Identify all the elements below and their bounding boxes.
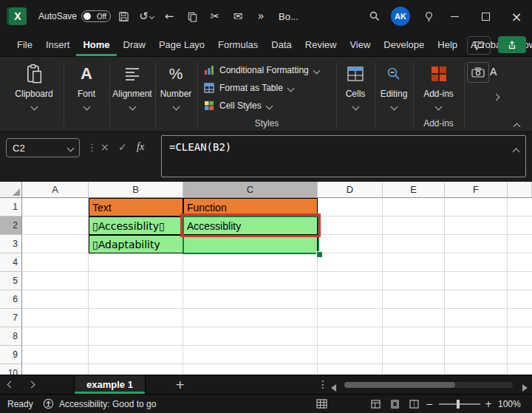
tab-formulas[interactable]: Formulas bbox=[211, 33, 265, 56]
undo-button[interactable]: ↺ bbox=[136, 6, 157, 27]
fill-handle[interactable] bbox=[316, 251, 323, 258]
zoom-percentage[interactable]: 100% bbox=[498, 395, 521, 413]
share-button[interactable] bbox=[498, 36, 526, 53]
tab-data[interactable]: Data bbox=[265, 33, 298, 56]
ribbon-scroll-right-button[interactable] bbox=[494, 89, 499, 103]
zoom-in-button[interactable]: + bbox=[485, 395, 492, 413]
tab-file[interactable]: File bbox=[10, 33, 39, 56]
collapse-formula-bar-button[interactable] bbox=[514, 144, 519, 157]
sheet-view-button[interactable] bbox=[316, 395, 327, 413]
close-button[interactable]: × bbox=[501, 0, 532, 33]
chevron-left-icon bbox=[7, 381, 14, 389]
ribbon-group-clipboard[interactable]: Clipboard bbox=[6, 61, 62, 109]
collapse-ribbon-button[interactable] bbox=[514, 119, 519, 132]
copy-button[interactable] bbox=[182, 6, 202, 27]
row-header-9[interactable]: 9 bbox=[0, 346, 22, 364]
row-header-6[interactable]: 6 bbox=[0, 290, 22, 309]
tab-help[interactable]: Help bbox=[431, 33, 464, 56]
cut-button[interactable]: ✂ bbox=[205, 6, 225, 27]
ribbon-group-alignment[interactable]: Alignment bbox=[109, 61, 155, 109]
cell-B1[interactable]: Text bbox=[89, 198, 183, 216]
cell-C1[interactable]: Function bbox=[183, 198, 318, 216]
hscroll-right-button[interactable] bbox=[522, 381, 528, 395]
row-header-3[interactable]: 3 bbox=[0, 235, 22, 253]
ribbon-group-editing[interactable]: Editing bbox=[375, 61, 413, 109]
column-header-D[interactable]: D bbox=[318, 182, 383, 198]
ribbon-group-addins[interactable]: Add-ins bbox=[413, 61, 464, 109]
cell-C2[interactable]: Accessiblity bbox=[183, 216, 318, 235]
enter-button[interactable]: ✓ bbox=[118, 141, 127, 153]
search-button[interactable] bbox=[364, 6, 385, 27]
cell-styles-button[interactable]: Cell Styles bbox=[204, 98, 272, 114]
chevron-up-icon bbox=[514, 123, 521, 131]
sheet-tab-example-1[interactable]: example 1 bbox=[74, 375, 146, 394]
ideas-button[interactable] bbox=[418, 6, 439, 27]
name-box[interactable]: C2 bbox=[6, 138, 80, 157]
excel-logo-icon[interactable]: X bbox=[9, 7, 27, 25]
overflow-icon: » bbox=[257, 10, 264, 23]
autosave-toggle[interactable]: Off bbox=[81, 10, 111, 22]
more-vertical-icon[interactable]: ⋮ bbox=[87, 142, 97, 153]
tab-review[interactable]: Review bbox=[299, 33, 344, 56]
row-header-4[interactable]: 4 bbox=[0, 253, 22, 272]
formula-input[interactable]: =CLEAN(B2) bbox=[161, 135, 526, 177]
maximize-button[interactable] bbox=[470, 0, 501, 33]
select-all-corner[interactable] bbox=[0, 182, 22, 198]
row-header-8[interactable]: 8 bbox=[0, 327, 22, 346]
sheet-nav-left-button[interactable] bbox=[0, 382, 21, 387]
horizontal-scrollbar-thumb[interactable] bbox=[344, 382, 455, 388]
row-header-7[interactable]: 7 bbox=[0, 309, 22, 327]
back-button[interactable]: ← bbox=[159, 6, 180, 27]
hscroll-left-button[interactable] bbox=[331, 381, 336, 395]
tab-page-layout[interactable]: Page Layo bbox=[152, 33, 211, 56]
tab-insert[interactable]: Insert bbox=[39, 33, 77, 56]
formula-bar: C2 ⋮ × ✓ fx =CLEAN(B2) bbox=[0, 132, 532, 182]
row-header-2[interactable]: 2 bbox=[0, 216, 22, 235]
tab-home[interactable]: Home bbox=[76, 33, 116, 56]
workbook-title: Bo... bbox=[279, 11, 299, 22]
ribbon-group-number[interactable]: % Number bbox=[155, 61, 197, 109]
status-mode[interactable]: Ready bbox=[7, 395, 33, 413]
sheet-more-button[interactable]: ⋮ bbox=[318, 378, 328, 390]
minimize-button[interactable] bbox=[439, 0, 470, 33]
column-header-E[interactable]: E bbox=[383, 182, 445, 198]
sheet-nav-right-button[interactable] bbox=[21, 382, 41, 387]
page-layout-view-button[interactable] bbox=[390, 395, 400, 413]
comments-button[interactable] bbox=[467, 36, 491, 55]
format-as-table-button[interactable]: Format as Table bbox=[204, 80, 293, 96]
cancel-button[interactable]: × bbox=[100, 141, 109, 153]
camera-button[interactable] bbox=[467, 62, 489, 83]
autosave-control[interactable]: AutoSave Off bbox=[38, 10, 111, 22]
cell-B3[interactable]: ▯Adaptability bbox=[89, 235, 183, 253]
mail-button[interactable]: ✉ bbox=[228, 6, 248, 27]
insert-function-button[interactable]: fx bbox=[137, 141, 144, 153]
tab-view[interactable]: View bbox=[343, 33, 377, 56]
accessibility-status[interactable]: Accessibility: Good to go bbox=[59, 395, 156, 413]
cell-B2[interactable]: ▯Accessiblity▯ bbox=[89, 216, 183, 235]
zoom-slider-thumb[interactable] bbox=[457, 400, 460, 409]
column-header-B[interactable]: B bbox=[89, 182, 183, 198]
group-label: Editing bbox=[381, 89, 408, 99]
column-header-A[interactable]: A bbox=[22, 182, 89, 198]
save-button[interactable] bbox=[113, 6, 134, 27]
row-header-5[interactable]: 5 bbox=[0, 272, 22, 290]
column-header-C[interactable]: C bbox=[183, 182, 318, 198]
tab-draw[interactable]: Draw bbox=[117, 33, 152, 56]
row-header-10[interactable]: 10 bbox=[0, 364, 22, 375]
ribbon-group-font[interactable]: A Font bbox=[64, 61, 109, 109]
toolbar-overflow-button[interactable]: » bbox=[250, 6, 271, 27]
new-sheet-button[interactable]: + bbox=[175, 378, 185, 392]
column-header-partial[interactable] bbox=[508, 182, 532, 198]
zoom-out-button[interactable]: − bbox=[426, 395, 433, 413]
normal-view-button[interactable] bbox=[371, 395, 381, 413]
row-header-1[interactable]: 1 bbox=[0, 198, 22, 216]
cell-C3[interactable] bbox=[183, 235, 318, 253]
column-header-F[interactable]: F bbox=[445, 182, 508, 198]
zoom-slider[interactable] bbox=[439, 403, 480, 405]
horizontal-scrollbar[interactable] bbox=[344, 382, 513, 388]
ribbon-group-cells[interactable]: Cells bbox=[336, 61, 375, 109]
page-break-view-button[interactable] bbox=[409, 395, 419, 413]
conditional-formatting-button[interactable]: Conditional Formatting bbox=[204, 62, 319, 78]
tab-developer[interactable]: Develope bbox=[377, 33, 431, 56]
avatar[interactable]: AK bbox=[391, 7, 410, 26]
